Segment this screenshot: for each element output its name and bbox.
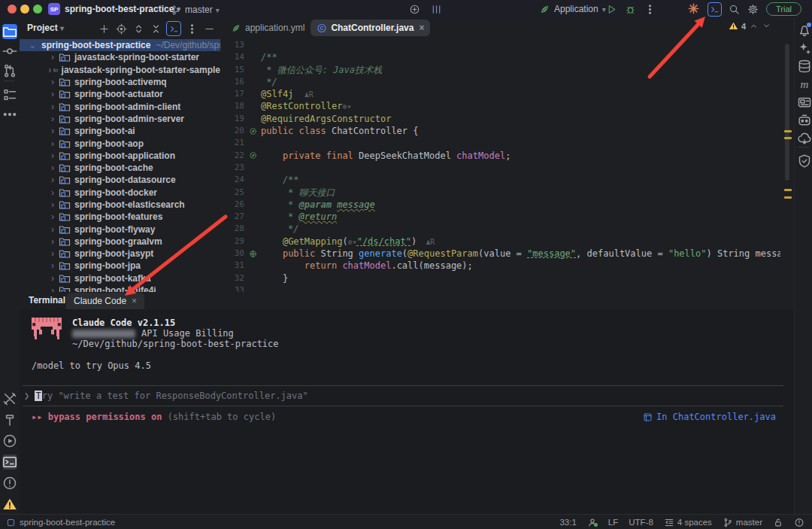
notifications-bell-icon[interactable] [797, 23, 812, 38]
chevron-right-icon[interactable]: › [48, 126, 57, 136]
tree-item[interactable]: ›spring-boot-graalvm [20, 236, 220, 248]
ai-assistant-icon[interactable] [797, 41, 812, 56]
warning-stripe[interactable] [784, 137, 792, 139]
debug-button[interactable] [624, 3, 636, 15]
status-project[interactable]: spring-boot-best-practice [6, 515, 115, 529]
chevron-right-icon[interactable]: › [48, 285, 57, 292]
claude-terminal-icon[interactable] [707, 2, 722, 17]
warning-stripe[interactable] [784, 130, 792, 132]
run-configuration[interactable]: Application▾ [538, 3, 606, 15]
code-editor[interactable]: 1314/**15 * 微信公众号: Java技术栈16 */17@Slf4j … [220, 39, 780, 292]
pull-requests-icon[interactable] [2, 63, 17, 78]
device-preview-icon[interactable] [797, 95, 812, 110]
tree-item[interactable]: ›spring-boot-activemq [20, 76, 220, 88]
next-warning-icon[interactable] [762, 21, 771, 31]
spring-bean-gutter-icon[interactable] [244, 125, 261, 137]
tab-application-yml[interactable]: application.yml [225, 20, 311, 36]
hide-panel-icon[interactable] [202, 22, 216, 35]
tree-item[interactable]: ›spring-boot-actuator [20, 88, 220, 100]
chevron-right-icon[interactable]: › [48, 211, 57, 222]
bypass-permissions-status[interactable]: ▸▸ bypass permissions on (shift+tab to c… [32, 412, 276, 422]
claude-panel-icon[interactable] [166, 21, 181, 36]
indent-setting[interactable]: 4 spaces [664, 517, 712, 527]
git-branch-widget[interactable]: master [723, 517, 762, 527]
tree-item[interactable]: ›spring-boot-jasypt [20, 248, 220, 260]
tree-item[interactable]: ›spring-boot-features [20, 211, 220, 223]
tree-item[interactable]: ›spring-boot-datasource [20, 174, 220, 186]
chevron-right-icon[interactable]: › [48, 163, 57, 173]
chevron-right-icon[interactable]: › [48, 150, 57, 161]
structure-icon[interactable] [2, 87, 17, 102]
chevron-right-icon[interactable]: › [48, 260, 57, 271]
line-separator[interactable]: LF [608, 518, 618, 527]
project-panel-title[interactable]: Project ▾ [27, 23, 64, 33]
request-mapping-gutter-icon[interactable] [244, 248, 261, 260]
add-icon[interactable] [97, 22, 111, 35]
info-icon[interactable] [794, 517, 804, 527]
branch-switcher[interactable]: master▾ [170, 4, 220, 16]
collapse-all-icon[interactable] [149, 22, 162, 35]
services-run-icon[interactable] [2, 433, 17, 448]
chevron-right-icon[interactable]: › [48, 52, 57, 62]
tree-item[interactable]: ›spring-boot-application [20, 150, 220, 162]
terminal-output[interactable]: Claude Code v2.1.15 API Usage Billing ~/… [20, 309, 794, 514]
prev-warning-icon[interactable] [749, 21, 759, 31]
tree-item[interactable]: ›spring-boot-knife4j [20, 284, 220, 292]
tree-item[interactable]: ›spring-boot-cache [20, 162, 220, 174]
warning-icon[interactable] [2, 497, 17, 512]
close-tab-icon[interactable]: × [419, 23, 424, 33]
compare-columns-icon[interactable] [430, 3, 442, 15]
tree-item[interactable]: ›spring-boot-docker [20, 187, 220, 199]
project-switcher[interactable]: spring-boot-best-practice ▾ [65, 4, 180, 14]
close-terminal-tab-icon[interactable]: × [132, 296, 137, 306]
database-icon[interactable] [797, 59, 812, 74]
terminal-icon[interactable] [2, 455, 17, 470]
close-window-button[interactable] [8, 5, 17, 14]
claude-starburst-icon[interactable] [687, 2, 699, 14]
robot-plugin-icon[interactable] [797, 113, 812, 128]
maven-icon[interactable]: m [797, 77, 812, 92]
minimize-window-button[interactable] [20, 5, 29, 14]
context-file-indicator[interactable]: In ChatController.java [643, 412, 776, 422]
tree-item[interactable]: ›spring-boot-admin-client [20, 100, 220, 112]
chevron-right-icon[interactable]: › [48, 187, 57, 198]
file-encoding[interactable]: UTF-8 [629, 518, 653, 527]
tree-item[interactable]: ›spring-boot-kafka [20, 272, 220, 284]
chevron-right-icon[interactable]: › [48, 175, 57, 185]
widget-circle-icon[interactable] [408, 3, 420, 15]
inspections-widget[interactable]: 4 [729, 21, 771, 31]
tree-item-root[interactable]: ⌄spring-boot-best-practice~/Dev/github/s… [20, 39, 220, 51]
locate-file-icon[interactable] [114, 22, 128, 35]
tree-item[interactable]: ›spring-boot-jpa [20, 260, 220, 272]
terminal-panel-title[interactable]: Terminal [29, 295, 65, 306]
maximize-window-button[interactable] [33, 5, 42, 14]
spring-bean-gutter-icon[interactable] [244, 150, 261, 162]
tree-item[interactable]: ›spring-boot-flyway [20, 223, 220, 235]
more-actions-icon[interactable] [644, 3, 656, 15]
editor-area[interactable]: application.yml C ChatController.java × … [220, 18, 794, 293]
warning-stripe[interactable] [784, 189, 792, 191]
chevron-right-icon[interactable]: › [48, 236, 57, 247]
tree-item[interactable]: ›spring-boot-ai [20, 125, 220, 137]
chevron-right-icon[interactable]: › [48, 77, 57, 87]
chevron-right-icon[interactable]: › [48, 65, 52, 75]
chevron-right-icon[interactable]: › [48, 102, 57, 112]
chevron-right-icon[interactable]: › [48, 138, 57, 149]
problems-icon[interactable] [2, 476, 17, 491]
run-button[interactable] [605, 3, 617, 15]
expand-all-icon[interactable] [132, 22, 145, 35]
user-account-icon[interactable] [587, 517, 598, 527]
search-everywhere-icon[interactable] [728, 3, 740, 15]
trial-button[interactable]: Trial [766, 2, 801, 16]
dependency-shield-icon[interactable] [797, 154, 812, 169]
claude-prompt[interactable]: ❯ Try "write a test for ResponseBodyCont… [24, 391, 308, 401]
chevron-right-icon[interactable]: › [48, 89, 57, 99]
tree-item[interactable]: ›spring-boot-aop [20, 137, 220, 149]
project-folder-icon[interactable] [2, 24, 17, 39]
more-tool-windows-icon[interactable] [2, 107, 17, 122]
tree-item[interactable]: ›spring-boot-admin-server [20, 113, 220, 125]
editor-scrollbar[interactable] [785, 44, 789, 181]
cloud-sync-icon[interactable] [797, 131, 812, 146]
project-tree[interactable]: ⌄spring-boot-best-practice~/Dev/github/s… [20, 39, 220, 292]
caret-position[interactable]: 33:1 [559, 518, 576, 527]
